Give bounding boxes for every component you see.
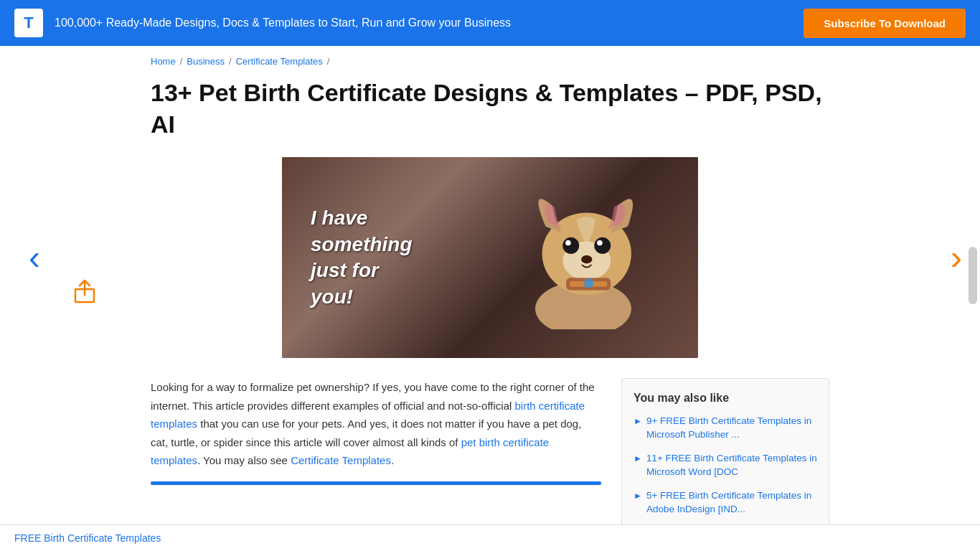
blue-divider xyxy=(151,481,601,485)
breadcrumb-sep-2: / xyxy=(229,56,232,67)
svg-point-11 xyxy=(584,279,593,288)
certificate-templates-link[interactable]: Certificate Templates xyxy=(291,454,391,466)
svg-point-8 xyxy=(581,255,592,263)
svg-point-7 xyxy=(597,240,603,246)
article-paragraph: Looking for a way to formalize pet owner… xyxy=(151,378,601,470)
sidebar-item-2: ► 11+ FREE Birth Certificate Templates i… xyxy=(633,452,817,479)
share-icon[interactable] xyxy=(72,279,98,308)
breadcrumb-home[interactable]: Home xyxy=(151,56,176,67)
banner-left: T 100,000+ Ready-Made Designs, Docs & Te… xyxy=(14,9,511,37)
breadcrumb: Home / Business / Certificate Templates … xyxy=(0,46,980,77)
sidebar-link-3[interactable]: 5+ FREE Birth Certificate Templates in A… xyxy=(646,489,817,517)
svg-point-4 xyxy=(562,237,579,254)
sidebar-arrow-3: ► xyxy=(633,491,642,501)
prev-arrow[interactable]: ‹ xyxy=(29,240,40,275)
dog-illustration xyxy=(512,171,655,329)
logo-icon: T xyxy=(24,14,33,32)
sidebar-item-1: ► 9+ FREE Birth Certificate Templates in… xyxy=(633,415,817,442)
breadcrumb-certificate-templates[interactable]: Certificate Templates xyxy=(236,56,323,67)
sidebar-link-1[interactable]: 9+ FREE Birth Certificate Templates in M… xyxy=(646,415,817,442)
content-row: Looking for a way to formalize pet owner… xyxy=(151,378,829,540)
sidebar-arrow-1: ► xyxy=(633,416,642,426)
main-image: I have something just for you! xyxy=(282,157,698,358)
banner-tagline: 100,000+ Ready-Made Designs, Docs & Temp… xyxy=(55,17,511,29)
sidebar-item-3: ► 5+ FREE Birth Certificate Templates in… xyxy=(633,489,817,517)
sidebar-link-2[interactable]: 11+ FREE Birth Certificate Templates in … xyxy=(646,452,817,479)
svg-point-5 xyxy=(594,237,611,254)
sidebar-title: You may also like xyxy=(633,392,817,405)
sidebar: You may also like ► 9+ FREE Birth Certif… xyxy=(621,378,829,540)
scrollbar[interactable] xyxy=(969,247,977,304)
bottom-link-bar: FREE Birth Certificate Templates xyxy=(0,524,980,551)
page-title: 13+ Pet Birth Certificate Designs & Temp… xyxy=(151,77,825,140)
next-arrow[interactable]: › xyxy=(951,240,962,275)
breadcrumb-business[interactable]: Business xyxy=(187,56,225,67)
bottom-free-templates-link[interactable]: FREE Birth Certificate Templates xyxy=(14,532,161,544)
subscribe-button[interactable]: Subscribe To Download xyxy=(804,9,966,38)
image-overlay-text: I have something just for you! xyxy=(311,206,413,311)
top-banner: T 100,000+ Ready-Made Designs, Docs & Te… xyxy=(0,0,980,46)
image-section: ‹ I have something just for you! xyxy=(151,157,829,358)
breadcrumb-sep-3: / xyxy=(327,56,330,67)
main-content: 13+ Pet Birth Certificate Designs & Temp… xyxy=(0,77,980,551)
logo-box: T xyxy=(14,9,43,37)
sidebar-arrow-2: ► xyxy=(633,453,642,463)
article-text: Looking for a way to formalize pet owner… xyxy=(151,378,601,485)
breadcrumb-sep-1: / xyxy=(180,56,183,67)
pet-image-bg: I have something just for you! xyxy=(282,157,698,358)
svg-point-6 xyxy=(565,240,571,246)
